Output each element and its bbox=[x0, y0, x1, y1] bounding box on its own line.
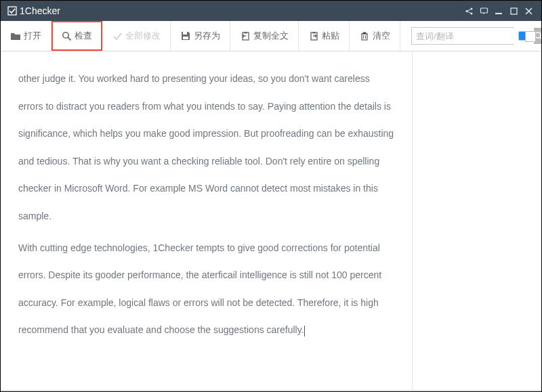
editor-pane: other judge it. You worked hard to prese… bbox=[1, 51, 413, 390]
svg-rect-14 bbox=[312, 32, 315, 34]
fixall-button: 全部修改 bbox=[102, 21, 171, 51]
clipboard-in-icon bbox=[308, 30, 319, 41]
clear-button[interactable]: 清空 bbox=[350, 21, 400, 51]
svg-point-16 bbox=[535, 32, 541, 38]
svg-rect-10 bbox=[183, 37, 188, 39]
title-bar: 1Checker bbox=[1, 1, 541, 21]
clear-label: 清空 bbox=[373, 30, 390, 42]
paste-label: 粘贴 bbox=[322, 30, 339, 42]
mode-toggle[interactable] bbox=[518, 31, 536, 41]
search-input[interactable] bbox=[412, 28, 534, 44]
search-icon bbox=[61, 30, 72, 41]
folder-icon bbox=[10, 30, 21, 41]
checkbox-logo-icon bbox=[7, 6, 17, 16]
svg-point-8 bbox=[62, 32, 68, 37]
paste-button[interactable]: 粘贴 bbox=[299, 21, 350, 51]
copyall-button[interactable]: 复制全文 bbox=[230, 21, 299, 51]
svg-rect-7 bbox=[11, 33, 14, 35]
document-editor[interactable]: other judge it. You worked hard to prese… bbox=[1, 51, 412, 390]
feedback-button[interactable] bbox=[476, 3, 491, 18]
minimize-button[interactable] bbox=[491, 3, 506, 18]
text-cursor bbox=[304, 326, 305, 336]
svg-rect-12 bbox=[244, 32, 247, 34]
document-paragraph: With cutting edge technologies, 1Checker… bbox=[18, 234, 394, 344]
open-label: 打开 bbox=[24, 30, 41, 42]
open-button[interactable]: 打开 bbox=[1, 21, 51, 51]
maximize-button[interactable] bbox=[506, 3, 521, 18]
svg-rect-9 bbox=[183, 32, 187, 35]
app-title: 1Checker bbox=[20, 5, 60, 16]
check-label: 检查 bbox=[75, 30, 92, 42]
saveas-button[interactable]: 另存为 bbox=[171, 21, 230, 51]
share-button[interactable] bbox=[461, 3, 476, 18]
checkmark-icon bbox=[112, 30, 123, 41]
saveas-label: 另存为 bbox=[194, 30, 220, 42]
save-icon bbox=[180, 30, 191, 41]
svg-rect-6 bbox=[511, 8, 517, 14]
trash-icon bbox=[359, 30, 370, 41]
app-logo: 1Checker bbox=[7, 5, 60, 16]
check-button[interactable]: 检查 bbox=[51, 21, 102, 51]
close-button[interactable] bbox=[521, 3, 536, 18]
footer-divider bbox=[1, 390, 541, 391]
suggestions-pane bbox=[413, 51, 541, 390]
fixall-label: 全部修改 bbox=[125, 30, 161, 42]
main-area: other judge it. You worked hard to prese… bbox=[1, 51, 541, 390]
toolbar: 打开 检查 全部修改 另存为 复制全文 粘贴 清空 bbox=[1, 21, 541, 51]
svg-rect-0 bbox=[8, 7, 16, 15]
svg-rect-15 bbox=[362, 34, 367, 40]
clipboard-out-icon bbox=[240, 30, 251, 41]
svg-rect-4 bbox=[480, 8, 487, 13]
svg-rect-5 bbox=[495, 13, 502, 14]
document-paragraph: other judge it. You worked hard to prese… bbox=[18, 65, 394, 230]
copyall-label: 复制全文 bbox=[253, 30, 289, 42]
search-box bbox=[411, 27, 514, 45]
